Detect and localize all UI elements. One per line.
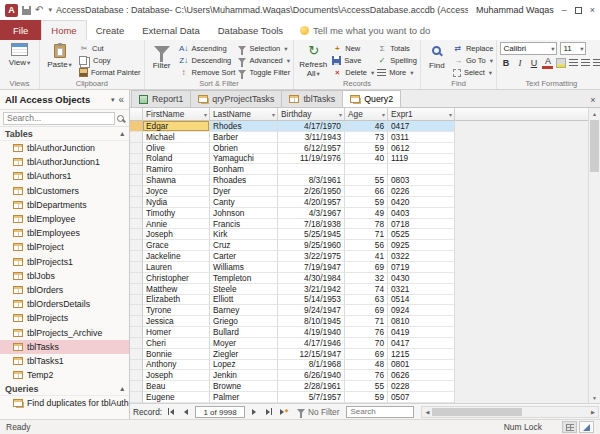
cell-expr1[interactable]: 0719 [388, 262, 455, 273]
column-dropdown-icon[interactable]: ▾ [204, 111, 207, 118]
scroll-down-icon[interactable]: ▼ [589, 392, 600, 403]
document-tab-tbltasks[interactable]: tblTasks [281, 90, 343, 107]
remove-sort-button[interactable]: ↕Remove Sort [179, 67, 236, 78]
nav-item-tblcustomers[interactable]: tblCustomers [0, 184, 129, 198]
vertical-scrollbar[interactable]: ▲ ▼ [588, 108, 600, 403]
document-tab-report1[interactable]: Report1 [131, 90, 191, 107]
record-selector[interactable] [130, 295, 143, 306]
nav-item-tblprojects1[interactable]: tblProjects1 [0, 255, 129, 269]
nav-item-tblprojects[interactable]: tblProjects [0, 311, 129, 325]
record-selector[interactable] [130, 132, 143, 143]
cell-age[interactable]: 40 [345, 154, 388, 165]
cell-firstname[interactable]: Edgar [143, 121, 210, 132]
tell-me-box[interactable]: Tell me what you want to do [300, 20, 430, 40]
cell-birthday[interactable]: 2/28/1961 [278, 381, 345, 392]
font-name-combo[interactable]: Calibri▾ [500, 42, 557, 55]
nav-item-tbljobs[interactable]: tblJobs [0, 269, 129, 283]
cell-firstname[interactable]: Anthony [143, 360, 210, 371]
cell-expr1[interactable]: 0803 [388, 175, 455, 186]
cell-age[interactable]: 55 [345, 175, 388, 186]
cell-age[interactable]: 59 [345, 197, 388, 208]
cell-lastname[interactable]: Johnson [210, 208, 278, 219]
record-selector[interactable] [130, 208, 143, 219]
cell-expr1[interactable]: 0626 [388, 370, 455, 381]
next-record-button[interactable] [248, 406, 260, 418]
cell-firstname[interactable]: Christopher [143, 273, 210, 284]
underline-button[interactable]: U [528, 58, 539, 68]
cell-age[interactable]: 55 [345, 381, 388, 392]
cell-lastname[interactable]: Lopez [210, 360, 278, 371]
cell-firstname[interactable]: Joseph [143, 229, 210, 240]
record-selector[interactable] [130, 197, 143, 208]
cell-age[interactable]: 66 [345, 186, 388, 197]
cell-lastname[interactable]: Templeton [210, 273, 278, 284]
record-selector[interactable] [130, 143, 143, 154]
new-record-button[interactable]: +New [332, 43, 374, 54]
cell-expr1[interactable]: 0612 [388, 143, 455, 154]
cell-birthday[interactable]: 2/26/1950 [278, 186, 345, 197]
cell-birthday[interactable]: 3/21/1942 [278, 284, 345, 295]
nav-section-tables[interactable]: Tables▴ [0, 127, 129, 141]
cell-firstname[interactable]: Olive [143, 143, 210, 154]
go-to-button[interactable]: →Go To▾ [453, 55, 494, 66]
horizontal-scrollbar[interactable]: ◀ ▶ [421, 406, 599, 418]
column-header-age[interactable]: Age▾ [345, 108, 388, 121]
cell-expr1[interactable]: 0507 [388, 392, 455, 403]
cell-lastname[interactable]: Elliott [210, 295, 278, 306]
cell-firstname[interactable]: Elizabeth [143, 295, 210, 306]
column-dropdown-icon[interactable]: ▾ [449, 111, 452, 118]
previous-record-button[interactable] [180, 406, 192, 418]
cell-expr1[interactable]: 0403 [388, 208, 455, 219]
cell-expr1[interactable]: 0321 [388, 284, 455, 295]
cell-birthday[interactable]: 9/25/1960 [278, 240, 345, 251]
nav-item-tblemployees[interactable]: tblEmployees [0, 226, 129, 240]
delete-record-button[interactable]: ×Delete▾ [332, 67, 374, 78]
italic-button[interactable]: I [514, 58, 525, 68]
cell-firstname[interactable]: Grace [143, 240, 210, 251]
record-selector[interactable] [130, 360, 143, 371]
close-button[interactable]: × [590, 5, 595, 15]
first-record-button[interactable] [165, 406, 177, 418]
cell-age[interactable]: 71 [345, 316, 388, 327]
format-painter-button[interactable]: Format Painter [79, 67, 141, 78]
cell-expr1[interactable]: 0924 [388, 305, 455, 316]
record-selector[interactable] [130, 349, 143, 360]
cell-lastname[interactable]: Jenkin [210, 370, 278, 381]
cell-birthday[interactable]: 7/19/1947 [278, 262, 345, 273]
cell-lastname[interactable]: Bonham [210, 164, 278, 175]
cell-firstname[interactable]: Joyce [143, 186, 210, 197]
cell-age[interactable]: 32 [345, 273, 388, 284]
nav-item-tblauthors1[interactable]: tblAuthors1 [0, 169, 129, 183]
record-selector[interactable] [130, 381, 143, 392]
nav-item-tblordersdetails[interactable]: tblOrdersDetails [0, 297, 129, 311]
cell-birthday[interactable]: 8/1/1968 [278, 360, 345, 371]
font-color-button[interactable]: A [542, 57, 553, 69]
find-button[interactable]: Find [424, 42, 450, 70]
selection-button[interactable]: Selection▾ [238, 43, 290, 54]
cell-age[interactable]: 59 [345, 143, 388, 154]
select-all-corner[interactable] [130, 108, 143, 121]
cell-age[interactable]: 71 [345, 229, 388, 240]
column-header-birthday[interactable]: Birthday▾ [278, 108, 345, 121]
cell-expr1[interactable]: 1119 [388, 154, 455, 165]
cell-firstname[interactable]: Timothy [143, 208, 210, 219]
cell-lastname[interactable]: Williams [210, 262, 278, 273]
cell-expr1[interactable]: 0419 [388, 327, 455, 338]
cell-lastname[interactable]: Cruz [210, 240, 278, 251]
cell-expr1[interactable]: 0925 [388, 240, 455, 251]
totals-button[interactable]: ΣTotals [377, 43, 417, 54]
cell-birthday[interactable]: 6/12/1957 [278, 143, 345, 154]
chevron-down-icon[interactable]: ▾ [111, 96, 115, 104]
cell-expr1[interactable]: 0514 [388, 295, 455, 306]
cell-lastname[interactable]: Ziegler [210, 349, 278, 360]
filter-button[interactable]: Filter [148, 42, 176, 70]
cell-expr1[interactable]: 0417 [388, 338, 455, 349]
cell-lastname[interactable]: Obrien [210, 143, 278, 154]
record-position-box[interactable]: 1 of 9998 [195, 406, 245, 418]
cell-lastname[interactable]: Francis [210, 219, 278, 230]
cell-expr1[interactable]: 0311 [388, 132, 455, 143]
record-selector[interactable] [130, 305, 143, 316]
record-selector[interactable] [130, 219, 143, 230]
save-record-button[interactable]: Save [332, 55, 374, 66]
advanced-button[interactable]: Advanced▾ [238, 55, 290, 66]
